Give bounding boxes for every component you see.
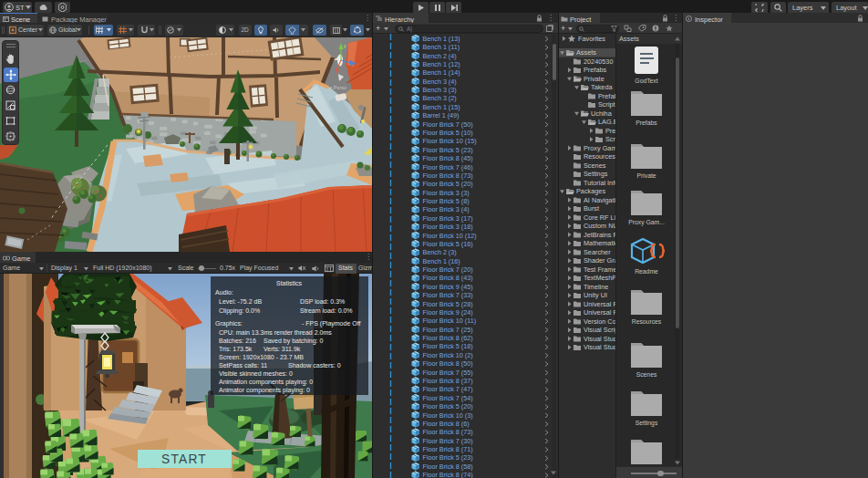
- svg-text:Floor Brick 5 (20): Floor Brick 5 (20): [423, 402, 473, 410]
- svg-text:Settings: Settings: [636, 420, 658, 427]
- svg-text:Proxy Gam...: Proxy Gam...: [628, 219, 665, 226]
- svg-text:Floor Brick 5 (23): Floor Brick 5 (23): [423, 146, 473, 154]
- svg-text:Mathematic: Mathematic: [584, 239, 615, 247]
- svg-text:Private: Private: [636, 172, 656, 179]
- svg-text:Visual Studi: Visual Studi: [584, 343, 615, 351]
- svg-text:Animator components playing: 0: Animator components playing: 0: [219, 387, 310, 394]
- svg-text:Floor Brick 7 (50): Floor Brick 7 (50): [423, 120, 473, 129]
- svg-text:Floor Brick 8 (37): Floor Brick 8 (37): [423, 377, 473, 385]
- svg-text:Floor Brick 5 (16): Floor Brick 5 (16): [423, 240, 473, 248]
- svg-text:Floor Brick 7 (25): Floor Brick 7 (25): [423, 326, 473, 334]
- svg-text:JetBrains R: JetBrains R: [584, 231, 615, 239]
- svg-text:Assets: Assets: [619, 35, 639, 43]
- svg-text:Floor Brick 8 (43): Floor Brick 8 (43): [423, 274, 473, 282]
- svg-text:Assets: Assets: [576, 48, 596, 57]
- svg-text:Floor Brick 8 (58): Floor Brick 8 (58): [423, 462, 473, 471]
- svg-text:Saved by batching: 0: Saved by batching: 0: [264, 338, 323, 345]
- svg-text:- FPS (Playmode Off: - FPS (Playmode Off: [302, 320, 361, 327]
- svg-text:Test Framew: Test Framew: [584, 265, 615, 274]
- svg-text:LAG.B: LAG.B: [598, 118, 615, 126]
- svg-text:Floor Brick 10 (2): Floor Brick 10 (2): [423, 351, 473, 359]
- svg-text:Core RF Lib: Core RF Lib: [584, 213, 615, 222]
- svg-text:Graphics:: Graphics:: [215, 320, 243, 327]
- svg-text:Floor Brick 8 (71): Floor Brick 8 (71): [423, 445, 473, 453]
- svg-text:Floor Brick 3 (4): Floor Brick 3 (4): [423, 205, 470, 213]
- svg-text:Universal R: Universal R: [584, 300, 615, 308]
- svg-text:Floor Brick 3 (17): Floor Brick 3 (17): [423, 214, 473, 223]
- svg-text:Barrel 1 (49): Barrel 1 (49): [423, 111, 460, 120]
- svg-text:Floor Brick 7 (54): Floor Brick 7 (54): [423, 394, 473, 402]
- svg-text:Favorites: Favorites: [578, 35, 605, 43]
- svg-text:Visible skinned meshes: 0: Visible skinned meshes: 0: [219, 370, 293, 377]
- svg-text:Floor Brick 7 (46): Floor Brick 7 (46): [423, 163, 473, 171]
- svg-text:Batches: 216: Batches: 216: [219, 338, 256, 344]
- svg-text:Bench 1 (16): Bench 1 (16): [423, 257, 460, 265]
- svg-text:Floor Brick 8 (6): Floor Brick 8 (6): [423, 420, 470, 428]
- svg-text:Prefab: Prefab: [598, 92, 615, 100]
- svg-text:Floor Brick 5 (10): Floor Brick 5 (10): [423, 129, 473, 137]
- svg-text:Bench 1 (14): Bench 1 (14): [423, 68, 460, 77]
- svg-text:Prefabs: Prefabs: [584, 66, 606, 74]
- svg-text:SetPass calls: 11: SetPass calls: 11: [219, 362, 267, 369]
- svg-text:Universal R: Universal R: [584, 308, 615, 317]
- svg-text:Custom NU: Custom NU: [584, 222, 615, 230]
- svg-text:Scenes: Scenes: [584, 161, 606, 170]
- svg-text:Tris: 173.5k: Tris: 173.5k: [219, 346, 253, 352]
- svg-text:Unity UI: Unity UI: [584, 291, 607, 299]
- svg-text:Floor Brick 3 (18): Floor Brick 3 (18): [423, 223, 473, 231]
- svg-text:Prefabs: Prefabs: [636, 120, 657, 126]
- svg-text:Floor Brick 10 (15): Floor Brick 10 (15): [423, 137, 477, 145]
- svg-text:Readme: Readme: [635, 268, 658, 275]
- svg-text:Floor Brick 8 (73): Floor Brick 8 (73): [423, 171, 473, 180]
- svg-text:Settings: Settings: [584, 170, 608, 178]
- svg-text:Bench 3 (3): Bench 3 (3): [423, 86, 457, 94]
- svg-text:AI Navigatio: AI Navigatio: [584, 196, 615, 204]
- svg-text:Floor Brick 10 (12): Floor Brick 10 (12): [423, 232, 477, 240]
- svg-text:Script: Script: [598, 100, 615, 109]
- svg-text:Private: Private: [584, 75, 604, 83]
- svg-text:Pref: Pref: [605, 127, 615, 135]
- svg-text:Floor Brick 5 (18): Floor Brick 5 (18): [423, 342, 473, 350]
- svg-text:Timeline: Timeline: [584, 283, 608, 291]
- svg-text:Stream load: 0.0%: Stream load: 0.0%: [300, 307, 353, 314]
- svg-text:Tutorial Info: Tutorial Info: [584, 179, 615, 187]
- svg-text:Bench 2 (4): Bench 2 (4): [423, 52, 457, 60]
- svg-text:Scri: Scri: [605, 135, 615, 143]
- svg-text:GodText: GodText: [635, 78, 657, 84]
- svg-text:Searcher: Searcher: [584, 248, 611, 256]
- svg-text:Shadow casters: 0: Shadow casters: 0: [288, 362, 341, 369]
- svg-text:Floor Brick 9 (24): Floor Brick 9 (24): [423, 308, 473, 317]
- svg-text:Takeda: Takeda: [591, 83, 613, 91]
- svg-text:Proxy Gam: Proxy Gam: [584, 144, 615, 152]
- svg-text:Visual Scrip: Visual Scrip: [584, 326, 615, 334]
- svg-text:Bench 3 (4): Bench 3 (4): [423, 78, 457, 86]
- svg-text:Audio:: Audio:: [215, 289, 233, 296]
- svg-text:Floor Brick 9 (45): Floor Brick 9 (45): [423, 283, 473, 291]
- svg-text:Bench 3 (2): Bench 3 (2): [423, 94, 457, 102]
- svg-text:Clipping: 0.0%: Clipping: 0.0%: [219, 307, 260, 315]
- svg-text:Burst: Burst: [584, 204, 599, 213]
- svg-text:Floor Brick 7 (55): Floor Brick 7 (55): [423, 369, 473, 377]
- svg-text:Floor Brick 7 (33): Floor Brick 7 (33): [423, 291, 473, 299]
- svg-text:Floor Brick 7 (20): Floor Brick 7 (20): [423, 265, 473, 274]
- svg-text:Resources: Resources: [632, 318, 662, 325]
- svg-text:Verts: 311.9k: Verts: 311.9k: [264, 346, 301, 352]
- svg-text:Floor Brick 7 (30): Floor Brick 7 (30): [423, 437, 473, 445]
- svg-text:TextMeshP: TextMeshP: [584, 274, 615, 282]
- svg-text:Screen: 1920x1080 - 23.7 MB: Screen: 1920x1080 - 23.7 MB: [219, 354, 304, 360]
- svg-text:Animation components playing:: Animation components playing: 0: [219, 379, 313, 386]
- svg-text:CPU: main 13.3ms render thread: CPU: main 13.3ms render thread 2.0ms: [219, 329, 332, 336]
- svg-text:Floor Brick 5 (8): Floor Brick 5 (8): [423, 197, 470, 205]
- svg-text:Floor Brick 8 (62): Floor Brick 8 (62): [423, 334, 473, 342]
- svg-text:Visual Studi: Visual Studi: [584, 335, 615, 343]
- svg-text:Floor Brick 8 (73): Floor Brick 8 (73): [423, 428, 473, 436]
- svg-text:≡ Perso: ≡ Perso: [329, 85, 346, 90]
- svg-text:Floor Brick 3 (3): Floor Brick 3 (3): [423, 189, 470, 197]
- svg-text:Bench 2 (3): Bench 2 (3): [423, 248, 457, 256]
- svg-text:Version Con: Version Con: [584, 317, 615, 326]
- svg-text:Floor Brick 5 (20): Floor Brick 5 (20): [423, 180, 473, 188]
- svg-text:Bench 1 (11): Bench 1 (11): [423, 43, 460, 51]
- svg-text:Statistics: Statistics: [276, 280, 303, 286]
- svg-text:Floor Brick 5 (23): Floor Brick 5 (23): [423, 453, 473, 462]
- svg-text:Bench 1 (12): Bench 1 (12): [423, 60, 460, 68]
